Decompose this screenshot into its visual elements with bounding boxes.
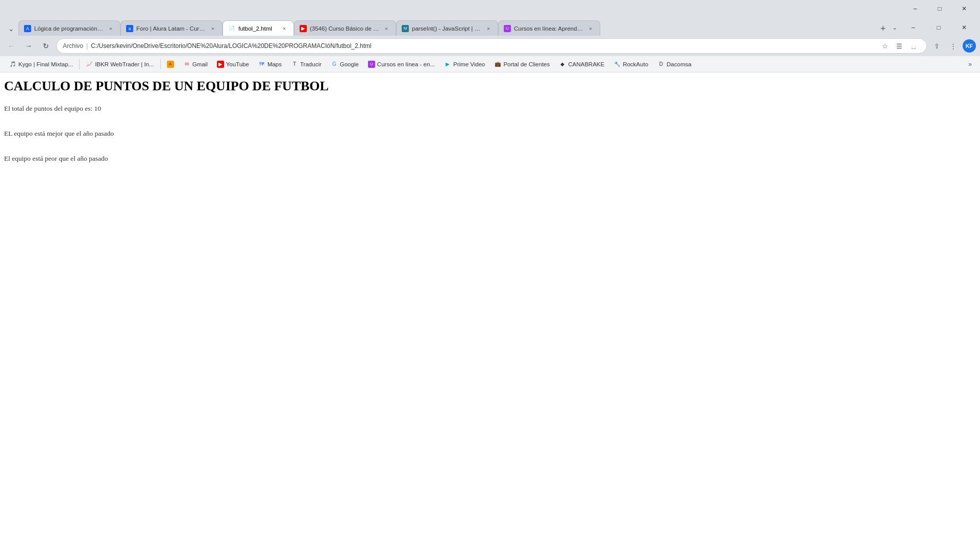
- tab-favicon-tab1: A: [24, 25, 31, 32]
- bookmark-item[interactable]: 💼Portal de Clientes: [490, 59, 554, 69]
- forward-button[interactable]: →: [21, 39, 36, 53]
- bookmark-label: CANABRAKE: [568, 61, 604, 67]
- bookmark-separator: [160, 59, 161, 69]
- bookmark-item[interactable]: A: [163, 59, 178, 69]
- tab-label-tab1: Lógica de programación p...: [34, 26, 104, 32]
- bookmarks-more-button[interactable]: »: [965, 59, 975, 69]
- tab-tab1[interactable]: ALógica de programación p...×: [18, 20, 120, 36]
- bookmark-item[interactable]: UCursos en línea - en...: [364, 59, 439, 69]
- bookmark-item[interactable]: 🗺Maps: [254, 59, 286, 69]
- bookmark-favicon: 🎵: [9, 61, 16, 68]
- extensions-button[interactable]: ⎵: [907, 39, 920, 53]
- tab-menu-button[interactable]: ⌄: [890, 22, 899, 33]
- tab-close-tab3[interactable]: ×: [280, 24, 288, 33]
- bookmark-item[interactable]: ▶YouTube: [213, 59, 253, 69]
- page-content: CALCULO DE PUNTOS DE UN EQUIPO DE FUTBOL…: [0, 72, 980, 551]
- close-button-2[interactable]: ✕: [952, 19, 976, 36]
- bookmark-favicon: 🗺: [258, 61, 265, 68]
- tab-favicon-tab3: 📄: [228, 25, 235, 32]
- tab-close-tab6[interactable]: ×: [586, 24, 595, 33]
- bookmark-item[interactable]: 🎵Kygo | Final Mixtap...: [5, 59, 77, 69]
- bookmark-label: IBKR WebTrader | In...: [95, 61, 154, 67]
- bookmark-favicon: 📈: [86, 61, 93, 68]
- page-line1: El total de puntos del equipo es: 10: [4, 104, 976, 114]
- bookmark-label: Portal de Clientes: [503, 61, 550, 67]
- tab-tab3[interactable]: 📄futbol_2.html×: [223, 20, 294, 36]
- bookmark-label: Google: [340, 61, 359, 67]
- bookmark-favicon: T: [291, 61, 298, 68]
- chrome-frame: – □ ✕ ⌄ ALógica de programación p...×aFo…: [0, 0, 980, 72]
- tab-label-tab6: Cursos en línea: Aprende d...: [514, 26, 583, 32]
- page-line3: El equipo está peor que el año pasado: [4, 154, 976, 164]
- bookmark-label: YouTube: [226, 61, 249, 67]
- tab-close-tab5[interactable]: ×: [484, 24, 493, 33]
- tab-label-tab5: parseInt() - JavaScript | MD...: [412, 26, 481, 32]
- bookmark-item[interactable]: 🔧RockAuto: [609, 59, 652, 69]
- address-scheme: Archivo: [63, 42, 83, 49]
- bookmark-label: Traducir: [300, 61, 322, 67]
- bookmark-favicon: D: [657, 61, 665, 68]
- tab-overflow-button[interactable]: ⌄: [4, 21, 18, 36]
- reload-button[interactable]: ↻: [39, 39, 53, 53]
- profile-button[interactable]: KF: [963, 39, 976, 53]
- tab-favicon-tab2: a: [126, 25, 133, 32]
- address-separator: |: [86, 42, 88, 49]
- bookmark-label: Maps: [267, 61, 282, 67]
- bookmark-favicon: ◆: [559, 61, 566, 68]
- bookmark-item[interactable]: DDacomsa: [653, 59, 696, 69]
- close-button[interactable]: ✕: [952, 1, 976, 17]
- tab-tab4[interactable]: ▶(3546) Curso Básico de Java...×: [294, 20, 396, 36]
- bookmark-label: Dacomsa: [667, 61, 692, 67]
- maximize-button[interactable]: □: [928, 1, 951, 17]
- tab-favicon-tab6: U: [504, 25, 511, 32]
- window-controls: – □ ✕: [903, 1, 976, 17]
- address-bar[interactable]: Archivo | C:/Users/kevin/OneDrive/Escrit…: [56, 38, 927, 54]
- bookmark-item[interactable]: 📈IBKR WebTrader | In...: [82, 59, 158, 69]
- address-actions: ☆ ☰ ⎵: [878, 39, 920, 53]
- bookmark-separator: [79, 59, 80, 69]
- minimize-button-2[interactable]: –: [901, 19, 925, 36]
- tab-label-tab4: (3546) Curso Básico de Java...: [310, 26, 379, 32]
- tab-bar: ⌄ ALógica de programación p...×aForo | A…: [0, 17, 980, 36]
- page-line2: EL equipo está mejor que el año pasado: [4, 129, 976, 139]
- page-title: CALCULO DE PUNTOS DE UN EQUIPO DE FUTBOL: [4, 79, 976, 94]
- tab-close-tab2[interactable]: ×: [209, 24, 217, 33]
- bookmark-favicon: A: [167, 61, 174, 68]
- bookmarks-bar: 🎵Kygo | Final Mixtap...📈IBKR WebTrader |…: [0, 56, 980, 72]
- bookmark-item[interactable]: ◆CANABRAKE: [555, 59, 608, 69]
- bookmark-favicon: U: [368, 61, 375, 68]
- bookmark-label: Kygo | Final Mixtap...: [18, 61, 73, 67]
- tab-close-tab4[interactable]: ×: [382, 24, 390, 33]
- bookmark-item[interactable]: GGoogle: [327, 59, 363, 69]
- bookmark-favicon: ▶: [217, 61, 224, 68]
- tab-close-tab1[interactable]: ×: [107, 24, 115, 33]
- bookmark-favicon: ✉: [183, 61, 190, 68]
- tab-favicon-tab4: ▶: [300, 25, 307, 32]
- bookmark-item[interactable]: ▶Prime Video: [440, 59, 489, 69]
- tab-search-button[interactable]: ☰: [893, 39, 906, 53]
- bookmark-item[interactable]: TTraducir: [287, 59, 326, 69]
- tab-tab6[interactable]: UCursos en línea: Aprende d...×: [498, 20, 600, 36]
- tab-tab5[interactable]: MparseInt() - JavaScript | MD...×: [396, 20, 498, 36]
- address-path: C:/Users/kevin/OneDrive/Escritorio/ONE%2…: [91, 42, 372, 49]
- bookmark-star-button[interactable]: ☆: [878, 39, 892, 53]
- tab-tab2[interactable]: aForo | Alura Latam - Cursos...×: [120, 20, 223, 36]
- back-button[interactable]: ←: [4, 39, 18, 53]
- tab-label-tab2: Foro | Alura Latam - Cursos...: [136, 26, 206, 32]
- bookmark-favicon: 💼: [494, 61, 501, 68]
- bookmark-label: RockAuto: [623, 61, 648, 67]
- title-bar: – □ ✕: [0, 0, 980, 17]
- chrome-menu-button[interactable]: ⋮: [946, 39, 960, 53]
- tab-favicon-tab5: M: [402, 25, 409, 32]
- address-bar-row: ← → ↻ Archivo | C:/Users/kevin/OneDrive/…: [0, 36, 980, 56]
- bookmark-label: Cursos en línea - en...: [377, 61, 435, 67]
- share-button[interactable]: ⇧: [930, 39, 943, 53]
- bookmark-favicon: 🔧: [614, 61, 621, 68]
- restore-button[interactable]: □: [927, 19, 950, 36]
- bookmark-favicon: G: [331, 61, 338, 68]
- minimize-button[interactable]: –: [903, 1, 927, 17]
- bookmark-item[interactable]: ✉Gmail: [179, 59, 212, 69]
- bookmark-label: Gmail: [192, 61, 208, 67]
- new-tab-button[interactable]: +: [876, 21, 890, 36]
- bookmark-favicon: ▶: [444, 61, 451, 68]
